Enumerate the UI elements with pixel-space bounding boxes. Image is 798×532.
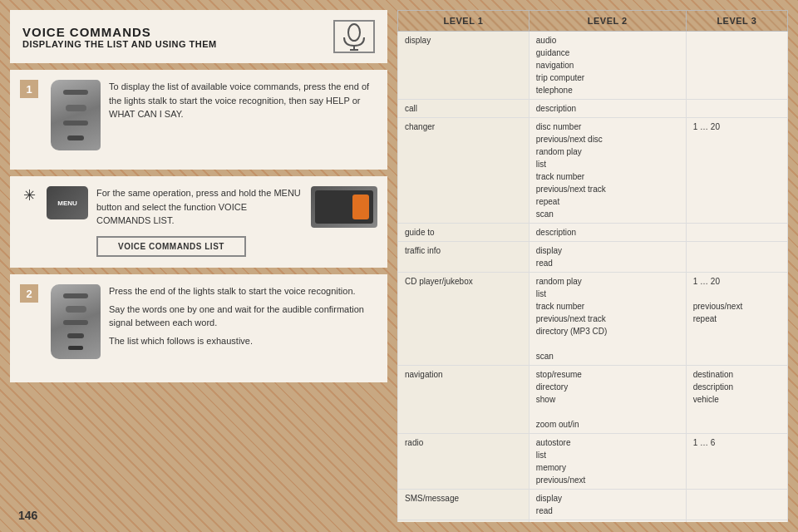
voice-commands-list-button[interactable]: VOICE COMMANDS LIST — [96, 236, 246, 257]
radio-device-image — [311, 186, 377, 228]
table-row: telephonevoice mailbox last number voice… — [398, 520, 788, 523]
table-cell-level2: description — [529, 224, 686, 242]
header-text: VOICE COMMANDS DISPLAYING THE LIST AND U… — [22, 25, 217, 49]
table-cell-level1: telephone — [398, 520, 530, 523]
table-cell-level1: guide to — [398, 224, 530, 242]
step1-box: 1 To display the list of available voice… — [10, 70, 387, 170]
menu-label: MENU — [57, 200, 77, 207]
table-cell-level3 — [686, 100, 787, 118]
step-star-box: ✳ MENU For the same operation, press and… — [10, 176, 387, 268]
stalk-image-1 — [51, 80, 101, 150]
step1-text: To display the list of available voice c… — [109, 80, 377, 121]
table-cell-level2: description — [529, 100, 686, 118]
step2-text1: Press the end of the lights stalk to sta… — [109, 284, 377, 298]
table-cell-level3 — [686, 490, 787, 520]
table-cell-level2: disc number previous/next disc random pl… — [529, 118, 686, 224]
table-cell-level1: CD player/jukebox — [398, 273, 530, 366]
step2-text3: The list which follows is exhaustive. — [109, 334, 377, 348]
step2-box: 2 Press the end of the lights stalk to s… — [10, 274, 387, 382]
table-cell-level1: traffic info — [398, 242, 530, 273]
radio-inner — [315, 190, 373, 224]
table-cell-level1: display — [398, 32, 530, 100]
commands-table: LEVEL 1 LEVEL 2 LEVEL 3 displayaudio gui… — [397, 10, 788, 522]
table-cell-level2: display read — [529, 242, 686, 273]
table-row: guide todescription — [398, 224, 788, 242]
table-cell-level3: 1 … 6 — [686, 434, 787, 490]
step2-number: 2 — [20, 284, 38, 303]
page-title: VOICE COMMANDS — [22, 25, 217, 39]
svg-point-0 — [348, 24, 360, 41]
page-subtitle: DISPLAYING THE LIST AND USING THEM — [22, 39, 217, 49]
table-cell-level2: autostore list memory previous/next — [529, 434, 686, 490]
stalk-image-2 — [51, 284, 101, 359]
step1-content: To display the list of available voice c… — [109, 80, 377, 121]
radio-orange-accent — [352, 195, 369, 219]
step1-number: 1 — [20, 80, 38, 98]
table-header-row: LEVEL 1 LEVEL 2 LEVEL 3 — [398, 11, 788, 32]
table-cell-level3 — [686, 242, 787, 273]
col-header-level3: LEVEL 3 — [686, 11, 787, 32]
table-row: traffic infodisplay read — [398, 242, 788, 273]
table-cell-level1: call — [398, 100, 530, 118]
table-cell-level1: SMS/message — [398, 490, 530, 520]
table-cell-level1: changer — [398, 118, 530, 224]
left-panel: VOICE COMMANDS DISPLAYING THE LIST AND U… — [0, 0, 397, 532]
table-cell-level2: voice mailbox last number voice message … — [529, 520, 686, 523]
right-panel: LEVEL 1 LEVEL 2 LEVEL 3 displayaudio gui… — [397, 10, 788, 522]
table-cell-level3 — [686, 32, 787, 100]
table-row: changerdisc number previous/next disc ra… — [398, 118, 788, 224]
page-number: 146 — [18, 509, 37, 522]
step2-text2: Say the words one by one and wait for th… — [109, 303, 377, 330]
table-cell-level3: destination description vehicle — [686, 366, 787, 434]
table-cell-level3: 1 … 20 — [686, 118, 787, 224]
table-cell-level3: description — [686, 520, 787, 523]
table-cell-level3: 1 … 20 previous/next repeat — [686, 273, 787, 366]
table-cell-level2: display read — [529, 490, 686, 520]
table-row: displayaudio guidance navigation trip co… — [398, 32, 788, 100]
step2-content: Press the end of the lights stalk to sta… — [109, 284, 377, 347]
table-row: calldescription — [398, 100, 788, 118]
table-cell-level1: navigation — [398, 366, 530, 434]
step-star-text: For the same operation, press and hold t… — [96, 186, 303, 228]
col-header-level2: LEVEL 2 — [529, 11, 686, 32]
table-cell-level1: radio — [398, 434, 530, 490]
table-row: navigationstop/resume directory show zoo… — [398, 366, 788, 434]
table-cell-level3 — [686, 224, 787, 242]
col-header-level1: LEVEL 1 — [398, 11, 530, 32]
table-row: radioautostore list memory previous/next… — [398, 434, 788, 490]
voice-icon — [333, 20, 375, 53]
star-symbol: ✳ — [20, 186, 38, 204]
table-cell-level2: random play list track number previous/n… — [529, 273, 686, 366]
header-box: VOICE COMMANDS DISPLAYING THE LIST AND U… — [10, 10, 387, 63]
table-cell-level2: audio guidance navigation trip computer … — [529, 32, 686, 100]
table-row: SMS/messagedisplay read — [398, 490, 788, 520]
table-cell-level2: stop/resume directory show zoom out/in — [529, 366, 686, 434]
step-star-content: For the same operation, press and hold t… — [96, 186, 303, 257]
menu-button-image: MENU — [47, 186, 88, 219]
table-row: CD player/jukeboxrandom play list track … — [398, 273, 788, 366]
